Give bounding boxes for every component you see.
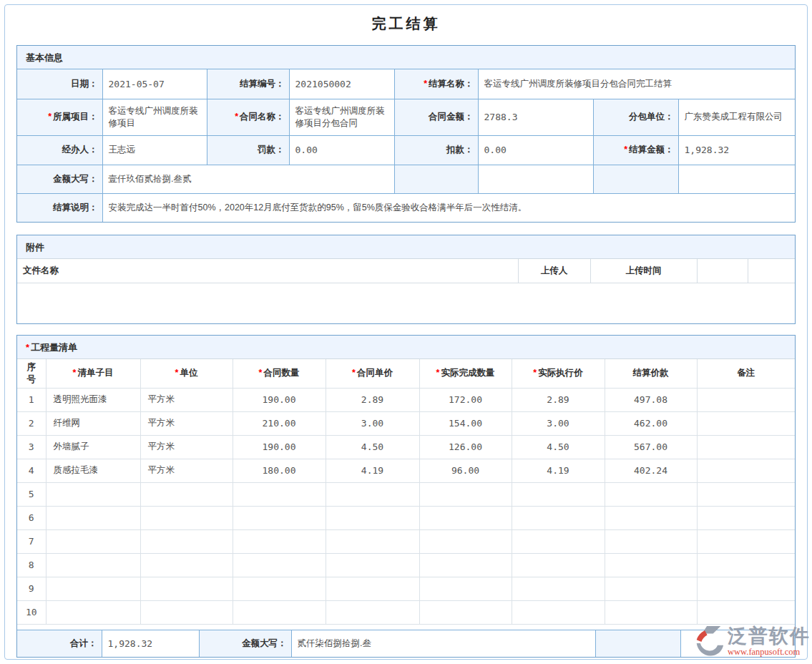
amount-words-label: 金额大写： [17, 165, 102, 193]
col-remark: 备注 [697, 359, 795, 389]
required-icon: * [436, 368, 440, 378]
settle-amount-value: 1,928.32 [678, 135, 795, 165]
cell-unit [140, 506, 233, 529]
empty-header-cell [748, 259, 795, 283]
required-icon: * [48, 112, 52, 122]
deduction-value: 0.00 [478, 135, 593, 165]
cell-settle-price [605, 482, 697, 506]
cell-settle-price [605, 553, 697, 577]
col-contract-price: *合同单价 [326, 359, 419, 389]
cell-actual-price [512, 553, 605, 577]
cell-remark [697, 388, 795, 411]
cell-item: 纤维网 [46, 411, 140, 435]
cell-contract-qty: 210.00 [233, 411, 326, 435]
handler-value: 王志远 [102, 135, 207, 165]
cell-unit: 平方米 [140, 388, 233, 411]
date-value: 2021-05-07 [102, 69, 207, 99]
col-unit: *单位 [140, 359, 233, 389]
quantity-row: 1 透明照光面漆 平方米 190.00 2.89 172.00 2.89 497… [17, 388, 795, 411]
col-no: 序号 [17, 359, 46, 389]
settle-amount-label: *结算金额： [593, 135, 678, 165]
cell-remark [697, 459, 795, 482]
cell-contract-price [326, 600, 419, 624]
cell-contract-price [326, 482, 419, 506]
cell-actual-price [512, 529, 605, 553]
contract-name-value: 客运专线广州调度所装修项目分包合同 [289, 99, 394, 135]
cell-contract-qty [233, 482, 326, 506]
cell-item [46, 529, 140, 553]
cell-no: 6 [17, 506, 46, 529]
cell-item [46, 577, 140, 600]
cell-settle-price: 497.08 [605, 388, 697, 411]
cell-no: 2 [17, 411, 46, 435]
penalty-label: 罚款： [207, 135, 289, 165]
settle-note-value: 安装完成达一半时首付50%，2020年12月底付至货款的95%，留5%质保金验收… [102, 193, 795, 222]
cell-remark [697, 411, 795, 435]
cell-actual-price: 2.89 [512, 388, 605, 411]
cell-item: 外墙腻子 [46, 435, 140, 459]
required-icon: * [624, 145, 627, 155]
cell-no: 9 [17, 577, 46, 600]
col-contract-qty: *合同数量 [233, 359, 326, 389]
cell-settle-price [605, 600, 697, 624]
cell-item: 质感拉毛漆 [46, 459, 140, 482]
cell-actual-qty [419, 577, 512, 600]
cell-actual-qty: 126.00 [419, 435, 512, 459]
cell-unit [140, 482, 233, 506]
cell-contract-price [326, 506, 419, 529]
cell-item: 透明照光面漆 [46, 388, 140, 411]
cell-unit [140, 577, 233, 600]
quantity-row: 9 [17, 577, 795, 600]
cell-actual-price [512, 506, 605, 529]
total-value: 1,928.32 [102, 630, 199, 657]
empty-header-cell [697, 259, 748, 283]
cell-no: 8 [17, 553, 46, 577]
deduction-label: 扣款： [394, 135, 478, 165]
quantity-row: 7 [17, 529, 795, 553]
cell-unit: 平方米 [140, 435, 233, 459]
basic-info-section: 基本信息 日期： 2021-05-07 结算编号： 2021050002 *结算… [16, 45, 796, 223]
cell-actual-qty [419, 506, 512, 529]
empty-cell [593, 165, 678, 193]
contract-amount-value: 2788.3 [478, 99, 593, 135]
cell-remark [697, 506, 795, 529]
cell-no: 10 [17, 600, 46, 624]
project-value: 客运专线广州调度所装修项目 [102, 99, 207, 135]
cell-contract-qty [233, 600, 326, 624]
required-icon: * [235, 112, 238, 122]
cell-contract-price: 3.00 [326, 411, 419, 435]
cell-no: 5 [17, 482, 46, 506]
cell-remark [697, 553, 795, 577]
required-icon: * [175, 368, 179, 378]
quantity-list-header-row: 序号 *清单子目 *单位 *合同数量 *合同单价 *实际完成数量 *实际执行价 … [17, 359, 795, 389]
settle-no-value: 2021050002 [289, 69, 394, 99]
cell-contract-qty [233, 577, 326, 600]
cell-actual-qty [419, 482, 512, 506]
cell-unit: 平方米 [140, 459, 233, 482]
cell-actual-qty [419, 553, 512, 577]
cell-item [46, 482, 140, 506]
table-footer-gap [17, 625, 795, 630]
cell-settle-price: 567.00 [605, 435, 697, 459]
required-icon: * [533, 368, 537, 378]
attachments-empty-area [17, 283, 795, 323]
required-icon: * [73, 368, 77, 378]
vendor-watermark-text: 泛普软件 www.fanpusoft.com [728, 627, 811, 657]
cell-item [46, 600, 140, 624]
cell-actual-price: 4.50 [512, 435, 605, 459]
cell-actual-qty [419, 529, 512, 553]
contract-amount-label: 合同金额： [394, 99, 478, 135]
cell-contract-qty: 190.00 [233, 388, 326, 411]
cell-contract-price: 4.50 [326, 435, 419, 459]
settle-note-label: 结算说明： [17, 193, 102, 222]
cell-remark [697, 577, 795, 600]
cell-unit [140, 553, 233, 577]
quantity-row: 5 [17, 482, 795, 506]
cell-remark [697, 435, 795, 459]
amount-words-value: 壹仟玖佰贰拾捌.叁贰 [102, 165, 394, 193]
date-label: 日期： [17, 69, 102, 99]
required-icon: * [424, 79, 427, 89]
settle-no-label: 结算编号： [207, 69, 289, 99]
cell-contract-qty: 180.00 [233, 459, 326, 482]
cell-item [46, 506, 140, 529]
